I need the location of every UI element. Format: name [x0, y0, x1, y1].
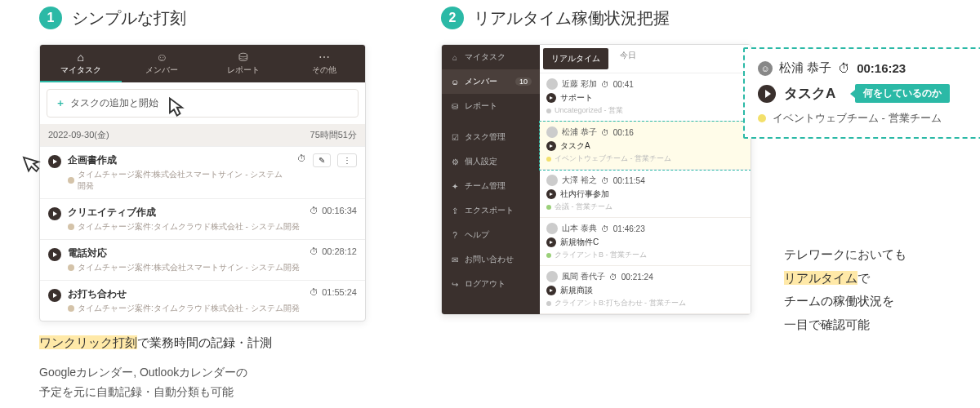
sidebar-item-settings[interactable]: ⚙個人設定: [442, 149, 540, 174]
sidebar-item-taskmgr[interactable]: ☑タスク管理: [442, 125, 540, 149]
callout-time: 00:16:23: [857, 61, 906, 75]
section1-desc: ワンクリック打刻で業務時間の記録・計測: [39, 331, 382, 353]
task-time: ⏱: [297, 153, 306, 163]
app-header: ⌂マイタスク ☺メンバー ⛁レポート ⋯その他: [40, 45, 365, 82]
cursor-icon: [162, 96, 186, 121]
task-row[interactable]: 電話対応 タイムチャージ案件:株式会社スマートサイン - システム開発 ⏱ 00…: [40, 239, 365, 280]
date-row: 2022-09-30(金) 75時間51分: [40, 124, 365, 146]
sidebar-item-mytask[interactable]: ⌂マイタスク: [442, 45, 540, 69]
section1-heading: 1 シンプルな打刻: [39, 7, 382, 29]
clock-icon: ⏱: [838, 61, 850, 75]
avatar-icon: ☺: [758, 61, 773, 76]
member-row[interactable]: 近藤 彩加 ⏱ 00:41 サポート Uncategorized - 営業: [540, 73, 751, 122]
play-icon[interactable]: [48, 155, 61, 168]
callout-user: 松浦 恭子: [779, 60, 831, 76]
edit-button[interactable]: ✎: [313, 153, 331, 167]
play-icon: [758, 85, 776, 103]
task-row[interactable]: お打ち合わせ タイムチャージ案件:タイムクラウド株式会社 - システム開発 ⏱ …: [40, 280, 365, 321]
home-icon: ⌂: [40, 51, 122, 63]
sidebar: ⌂マイタスク ☺メンバー10 ⛁レポート ☑タスク管理 ⚙個人設定 ✦チーム管理…: [442, 45, 540, 314]
member-row[interactable]: 大澤 裕之 ⏱ 00:11:54 社内行事参加 会議 - 営業チーム: [540, 170, 751, 218]
tab-realtime[interactable]: リアルタイム: [543, 48, 608, 69]
play-icon: [546, 93, 556, 103]
task-row[interactable]: 企画書作成 タイムチャージ案件:株式会社スマートサイン - システム開発 ⏱ ✎…: [40, 146, 365, 198]
member-row[interactable]: 山本 泰典 ⏱ 01:46:23 新規物件C クライアントB - 営業チーム: [540, 218, 751, 266]
play-icon[interactable]: [48, 248, 61, 261]
category-dot: [758, 114, 766, 122]
tab-report[interactable]: ⛁レポート: [203, 45, 284, 82]
avatar: [546, 78, 558, 90]
add-task-button[interactable]: ＋ タスクの追加と開始: [47, 89, 359, 118]
add-task-label: タスクの追加と開始: [70, 96, 158, 110]
callout-tag-what: 何をしているのか: [855, 84, 950, 103]
more-icon: ⋯: [284, 51, 366, 63]
sidebar-item-contact[interactable]: ✉お問い合わせ: [442, 247, 540, 272]
sidebar-item-report[interactable]: ⛁レポート: [442, 94, 540, 118]
sidebar-item-member[interactable]: ☺メンバー10: [442, 69, 540, 94]
callout-cat: イベントウェブチーム - 営業チーム: [773, 111, 942, 126]
section2-title: リアルタイム稼働状況把握: [474, 7, 670, 29]
section2-heading: 2 リアルタイム稼働状況把握: [441, 7, 947, 29]
section1-desc2: Googleカレンダー, Outlookカレンダーの 予定を元に自動記録・自動分…: [39, 363, 382, 402]
play-icon[interactable]: [48, 289, 61, 302]
callout: ☺ 松浦 恭子 ⏱ 00:16:23 誰が・どのくらい タスクA 何をしているの…: [743, 47, 980, 139]
app-frame-2: ⌂マイタスク ☺メンバー10 ⛁レポート ☑タスク管理 ⚙個人設定 ✦チーム管理…: [441, 44, 751, 315]
tab-more[interactable]: ⋯その他: [284, 45, 366, 82]
play-icon[interactable]: [48, 207, 61, 220]
member-row[interactable]: 風間 香代子 ⏱ 00:21:24 新規商談 クライアントB:打ち合わせ - 営…: [540, 266, 751, 314]
realtime-main: リアルタイム 今日 近藤 彩加 ⏱ 00:41 サポート Uncategoriz…: [540, 45, 751, 314]
user-icon: ☺: [122, 51, 203, 63]
date-total: 75時間51分: [310, 129, 357, 141]
menu-button[interactable]: ⋮: [337, 153, 357, 167]
badge-1: 1: [39, 7, 62, 29]
sidebar-item-help[interactable]: ?ヘルプ: [442, 223, 540, 247]
task-row[interactable]: クリエイティブ作成 タイムチャージ案件:タイムクラウド株式会社 - システム開発…: [40, 198, 365, 239]
plus-icon: ＋: [56, 96, 65, 110]
date-label: 2022-09-30(金): [48, 129, 109, 141]
sidebar-item-team[interactable]: ✦チーム管理: [442, 174, 540, 198]
category-dot: [68, 177, 74, 184]
task-title: 企画書作成: [68, 153, 291, 167]
section1-title: シンプルな打刻: [72, 7, 186, 29]
tab-mytask[interactable]: ⌂マイタスク: [40, 45, 122, 82]
member-row-highlighted[interactable]: 松浦 恭子 ⏱ 00:16 タスクA イベントウェブチーム - 営業チーム: [540, 122, 751, 170]
app-frame-1: ⌂マイタスク ☺メンバー ⛁レポート ⋯その他 ＋ タスクの追加と開始 2022…: [39, 44, 366, 322]
tab-member[interactable]: ☺メンバー: [122, 45, 203, 82]
report-icon: ⛁: [203, 51, 284, 63]
callout-task: タスクA: [784, 84, 835, 103]
badge-2: 2: [441, 7, 464, 29]
sidebar-item-export[interactable]: ⇪エクスポート: [442, 198, 540, 223]
tab-today[interactable]: 今日: [612, 45, 644, 73]
sidebar-item-logout[interactable]: ↪ログアウト: [442, 272, 540, 296]
section2-desc: テレワークにおいても リアルタイムで チームの稼働状況を 一目で確認可能: [784, 243, 906, 336]
